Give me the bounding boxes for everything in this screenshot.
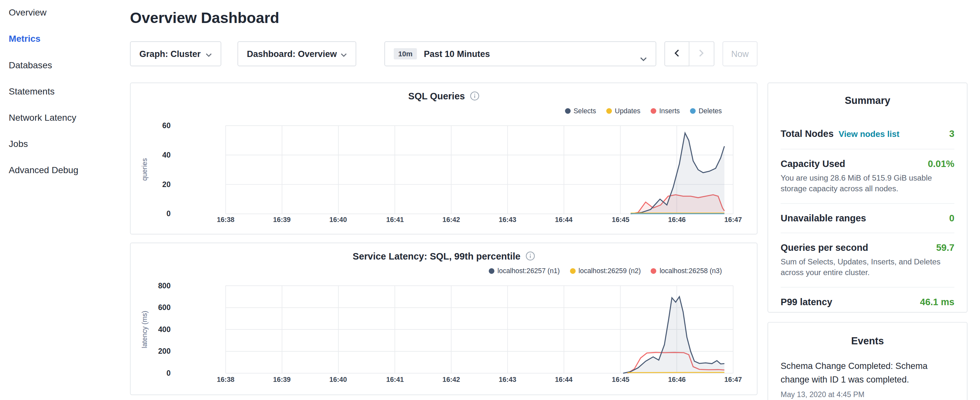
x-tick: 16:38 — [207, 376, 244, 383]
x-tick: 16:43 — [489, 215, 527, 223]
dashboard-dropdown-label: Dashboard: Overview — [247, 49, 337, 59]
sidebar-item-statements[interactable]: Statements — [9, 84, 119, 98]
x-tick: 16:41 — [376, 215, 414, 223]
chart-title-text: Service Latency: SQL, 99th percentile — [353, 251, 520, 261]
summary-value: 3 — [949, 128, 955, 139]
chevron-down-icon — [205, 49, 212, 59]
legend-label: localhost:26257 (n1) — [498, 267, 560, 274]
x-tick: 16:47 — [714, 215, 752, 223]
summary-value: 0 — [949, 213, 955, 224]
view-nodes-list-link[interactable]: View nodes list — [838, 129, 899, 140]
service-latency-plot[interactable] — [131, 243, 758, 395]
x-tick: 16:41 — [376, 376, 414, 383]
summary-description: You are using 28.6 MiB of 515.9 GiB usab… — [781, 173, 955, 194]
right-sidebar: Summary Total Nodes View nodes list 3 Ca… — [767, 83, 967, 400]
summary-row-p99-latency: P99 latency 46.1 ms — [781, 287, 955, 312]
legend-item-deletes[interactable]: Deletes — [690, 107, 722, 114]
legend-dot — [650, 108, 656, 113]
dashboard-dropdown[interactable]: Dashboard: Overview — [237, 41, 356, 66]
x-tick: 16:44 — [545, 376, 583, 383]
time-step-buttons — [664, 41, 714, 66]
summary-label: Capacity Used — [781, 158, 845, 170]
events-panel: Events Schema Change Completed: Schema c… — [767, 322, 967, 400]
x-tick: 16:42 — [433, 376, 470, 383]
legend-item-n2[interactable]: localhost:26259 (n2) — [570, 267, 641, 274]
chevron-down-icon — [640, 53, 647, 64]
legend-dot — [651, 268, 657, 274]
graph-dropdown-label: Graph: Cluster — [140, 49, 200, 59]
legend-dot — [606, 108, 611, 113]
info-icon[interactable] — [525, 252, 535, 263]
legend-label: Deletes — [698, 107, 722, 114]
legend-item-n3[interactable]: localhost:26258 (n3) — [651, 267, 722, 274]
sidebar-item-databases[interactable]: Databases — [9, 58, 119, 72]
chart-legend: localhost:26257 (n1) localhost:26259 (n2… — [489, 267, 722, 274]
event-item[interactable]: Schema Change Completed: Schema change w… — [781, 359, 955, 386]
time-range-label: Past 10 Minutes — [424, 49, 490, 59]
legend-dot — [565, 108, 570, 113]
chart-title: Service Latency: SQL, 99th percentile — [131, 251, 757, 263]
chevron-down-icon — [341, 49, 347, 59]
x-tick: 16:39 — [263, 376, 301, 383]
time-range-badge: 10m — [394, 48, 417, 59]
time-back-button[interactable] — [664, 41, 689, 66]
sidebar-item-metrics[interactable]: Metrics — [9, 32, 119, 46]
x-tick: 16:45 — [602, 215, 639, 223]
legend-item-inserts[interactable]: Inserts — [650, 107, 680, 114]
legend-label: Selects — [574, 107, 596, 114]
y-tick: 60 — [142, 121, 171, 131]
x-tick: 16:42 — [433, 215, 470, 223]
summary-row-unavailable-ranges: Unavailable ranges 0 — [781, 203, 955, 233]
x-tick: 16:46 — [658, 376, 695, 383]
summary-title: Summary — [781, 83, 955, 107]
summary-label: Queries per second — [781, 242, 869, 253]
event-timestamp: May 13, 2020 at 4:45 PM — [781, 390, 955, 399]
x-tick: 16:44 — [545, 215, 583, 223]
sidebar-item-network-latency[interactable]: Network Latency — [9, 111, 119, 124]
summary-panel: Summary Total Nodes View nodes list 3 Ca… — [767, 83, 967, 312]
summary-value: 46.1 ms — [920, 296, 955, 308]
sidebar: Overview Metrics Databases Statements Ne… — [0, 0, 119, 400]
time-forward-button[interactable] — [689, 41, 714, 66]
sidebar-item-overview[interactable]: Overview — [9, 5, 119, 19]
legend-label: Updates — [615, 107, 640, 114]
info-icon[interactable] — [470, 91, 479, 103]
summary-label: Total Nodes — [781, 128, 834, 139]
chart-service-latency: Service Latency: SQL, 99th percentile lo… — [130, 243, 758, 395]
chevron-right-icon — [699, 49, 704, 59]
sidebar-item-advanced-debug[interactable]: Advanced Debug — [9, 163, 119, 177]
legend-item-selects[interactable]: Selects — [565, 107, 596, 114]
y-tick: 20 — [142, 179, 171, 189]
x-tick: 16:40 — [319, 215, 357, 223]
chevron-left-icon — [674, 49, 679, 59]
summary-value: 0.01% — [928, 158, 955, 170]
events-title: Events — [781, 323, 955, 347]
sql-queries-plot[interactable] — [131, 83, 758, 234]
app-root: Overview Metrics Databases Statements Ne… — [0, 0, 980, 400]
x-tick: 16:46 — [658, 215, 695, 223]
y-tick: 400 — [142, 325, 171, 335]
now-button[interactable]: Now — [722, 41, 758, 66]
legend-dot — [570, 268, 575, 274]
legend-item-n1[interactable]: localhost:26257 (n1) — [489, 267, 560, 274]
summary-row-queries-per-second: Queries per second 59.7 Sum of Selects, … — [781, 233, 955, 287]
graph-dropdown[interactable]: Graph: Cluster — [130, 41, 221, 66]
y-tick: 200 — [142, 346, 171, 356]
main-content: Overview Dashboard Graph: Cluster Dashbo… — [130, 0, 758, 395]
summary-row-total-nodes: Total Nodes View nodes list 3 — [781, 120, 955, 149]
x-tick: 16:45 — [602, 376, 639, 383]
legend-dot — [489, 268, 494, 274]
summary-label: P99 latency — [781, 296, 832, 308]
page-title: Overview Dashboard — [130, 8, 758, 29]
x-tick: 16:43 — [489, 376, 527, 383]
summary-rows: Total Nodes View nodes list 3 Capacity U… — [781, 120, 955, 312]
toolbar: Graph: Cluster Dashboard: Overview 10m P… — [130, 41, 758, 66]
summary-value: 59.7 — [936, 242, 954, 253]
sidebar-item-jobs[interactable]: Jobs — [9, 137, 119, 150]
x-tick: 16:47 — [714, 376, 752, 383]
x-tick: 16:39 — [263, 215, 301, 223]
time-range-dropdown[interactable]: 10m Past 10 Minutes — [384, 41, 656, 66]
legend-item-updates[interactable]: Updates — [606, 107, 640, 114]
summary-label: Unavailable ranges — [781, 213, 866, 224]
legend-label: localhost:26259 (n2) — [579, 267, 641, 274]
